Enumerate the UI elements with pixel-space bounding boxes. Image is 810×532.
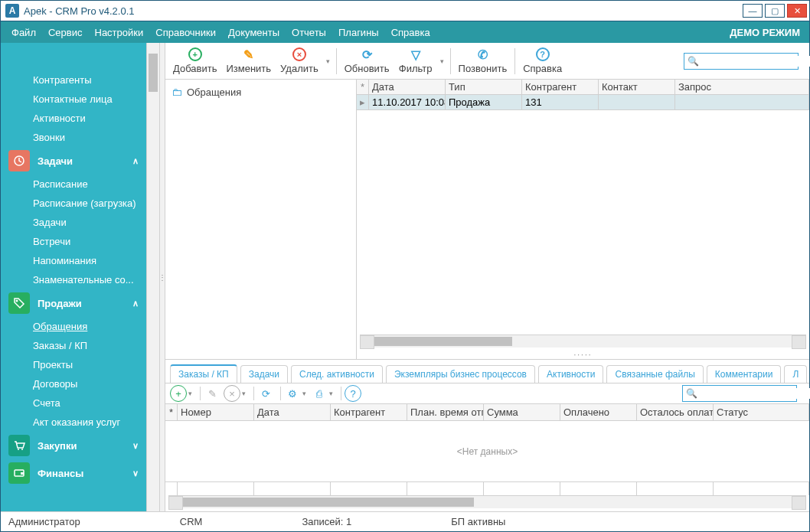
toolbar: + Добавить ✎ Изменить × Удалить ▾ ⟳ Обно… <box>165 43 809 80</box>
detail-hscrollbar[interactable] <box>168 495 806 508</box>
chevron-down-icon[interactable]: ▾ <box>437 57 447 65</box>
column-remaining[interactable]: Осталось оплатит <box>637 404 714 421</box>
column-number[interactable]: Номер <box>178 404 254 421</box>
menu-documents[interactable]: Документы <box>222 27 286 38</box>
sidebar-section-sales[interactable]: Продажи ∧ <box>1 289 146 317</box>
maximize-button[interactable]: ▢ <box>765 4 785 18</box>
search-input[interactable] <box>701 388 810 399</box>
cell-contragent: 131 <box>522 95 599 110</box>
help-button[interactable]: ? Справка <box>518 46 567 76</box>
column-date[interactable]: Дата <box>254 404 331 421</box>
toolbar-label: Добавить <box>173 63 217 74</box>
settings-button[interactable]: ⚙ <box>284 385 301 402</box>
menu-reference[interactable]: Справочники <box>149 27 222 38</box>
sidebar-item-leads[interactable]: Обращения <box>1 317 146 336</box>
cross-icon: × <box>292 47 306 61</box>
tab-activities[interactable]: Активности <box>538 365 603 383</box>
detail-grid: * Номер Дата Контрагент План. время отгр… <box>165 404 809 511</box>
sidebar-item-projects[interactable]: Проекты <box>1 355 146 374</box>
column-paid[interactable]: Оплачено <box>560 404 637 421</box>
sidebar-item-anniversaries[interactable]: Знаменательные со... <box>1 270 146 289</box>
sidebar-item-schedule-load[interactable]: Расписание (загрузка) <box>1 194 146 213</box>
menu-service[interactable]: Сервис <box>42 27 89 38</box>
column-type[interactable]: Тип <box>446 80 522 95</box>
delete-button[interactable]: × Удалить <box>276 46 323 76</box>
sidebar-item-service-act[interactable]: Акт оказания услуг <box>1 413 146 432</box>
sidebar-item-contacts[interactable]: Контактные лица <box>1 90 146 109</box>
search-box[interactable]: 🔍 × <box>684 53 799 70</box>
close-button[interactable]: ✕ <box>787 4 807 18</box>
search-input[interactable] <box>702 56 810 67</box>
menu-settings[interactable]: Настройки <box>89 27 150 38</box>
tab-next-activities[interactable]: След. активности <box>291 365 383 383</box>
sidebar-item-contragents[interactable]: Контрагенты <box>1 70 146 90</box>
menu-help[interactable]: Справка <box>385 27 436 38</box>
sidebar-item-meetings[interactable]: Встречи <box>1 232 146 251</box>
chevron-down-icon[interactable]: ▾ <box>302 390 306 397</box>
svg-point-3 <box>21 449 23 450</box>
tab-more[interactable]: Л <box>784 365 807 383</box>
menu-plugins[interactable]: Плагины <box>332 27 385 38</box>
refresh-button[interactable]: ⟳ <box>257 385 274 402</box>
help-button[interactable]: ? <box>345 385 361 402</box>
column-planned[interactable]: План. время отгр <box>407 404 484 421</box>
sidebar-item-tasks[interactable]: Задачи <box>1 213 146 232</box>
print-button[interactable]: ⎙ <box>311 385 328 402</box>
filter-button[interactable]: ▽ Фильтр <box>394 46 437 76</box>
toolbar-label: Удалить <box>280 63 318 74</box>
chevron-down-icon: ∨ <box>132 441 139 451</box>
column-selector[interactable]: * <box>357 80 369 95</box>
add-button[interactable]: + <box>170 385 187 402</box>
minimize-button[interactable]: — <box>743 4 763 18</box>
chevron-down-icon[interactable]: ▾ <box>242 390 246 397</box>
sidebar-item-schedule[interactable]: Расписание <box>1 175 146 194</box>
price-tag-icon <box>8 292 30 314</box>
sidebar-scrollbar[interactable] <box>146 43 159 511</box>
no-data-label: <Нет данных> <box>165 421 809 481</box>
tree-pane: 🗀 Обращения <box>165 80 357 359</box>
column-sum[interactable]: Сумма <box>484 404 560 421</box>
sidebar-section-purchases[interactable]: Закупки ∨ <box>1 432 146 459</box>
column-contact[interactable]: Контакт <box>599 80 675 95</box>
column-date[interactable]: Дата <box>369 80 446 95</box>
tab-files[interactable]: Связанные файлы <box>606 365 703 383</box>
chevron-down-icon[interactable]: ▾ <box>323 57 333 65</box>
column-request[interactable]: Запрос <box>675 80 809 95</box>
delete-button[interactable]: × <box>224 385 240 402</box>
grid-hscrollbar[interactable] <box>360 335 806 348</box>
menu-reports[interactable]: Отчеты <box>286 27 332 38</box>
column-selector[interactable]: * <box>165 404 178 421</box>
sidebar-item-invoices[interactable]: Счета <box>1 393 146 413</box>
tab-tasks[interactable]: Задачи <box>240 365 288 383</box>
call-button[interactable]: ✆ Позвонить <box>454 46 512 76</box>
sidebar-section-finance[interactable]: Финансы ∨ <box>1 459 146 487</box>
column-contragent[interactable]: Контрагент <box>331 404 407 421</box>
chevron-down-icon[interactable]: ▾ <box>329 390 333 397</box>
sidebar-section-label: Финансы <box>38 468 83 479</box>
sidebar-item-orders[interactable]: Заказы / КП <box>1 336 146 355</box>
toolbar-label: Фильтр <box>399 63 433 74</box>
column-status[interactable]: Статус <box>714 404 809 421</box>
sidebar-section-tasks[interactable]: Задачи ∧ <box>1 147 146 175</box>
search-box[interactable]: 🔍 × <box>682 385 797 402</box>
toolbar-label: Обновить <box>345 63 390 74</box>
edit-button[interactable]: ✎ Изменить <box>221 46 276 76</box>
menu-file[interactable]: Файл <box>5 27 42 38</box>
grid-row[interactable]: ▸ 11.10.2017 10:08:2 Продажа 131 <box>357 95 809 110</box>
tab-comments[interactable]: Комментарии <box>707 365 782 383</box>
sidebar-item-activities[interactable]: Активности <box>1 109 146 128</box>
add-button[interactable]: + Добавить <box>168 46 221 76</box>
chevron-down-icon[interactable]: ▾ <box>188 390 192 397</box>
splitter[interactable]: ⋮ <box>159 43 165 511</box>
splitter-horizontal[interactable]: ····· <box>357 351 809 359</box>
tab-bp-instances[interactable]: Экземпляры бизнес процессов <box>386 365 535 383</box>
sidebar-item-contracts[interactable]: Договоры <box>1 374 146 393</box>
sidebar-item-reminders[interactable]: Напоминания <box>1 251 146 270</box>
sidebar-item-calls[interactable]: Звонки <box>1 128 146 147</box>
refresh-button[interactable]: ⟳ Обновить <box>340 46 394 76</box>
edit-button[interactable]: ✎ <box>204 385 220 402</box>
tree-root-node[interactable]: 🗀 Обращения <box>170 84 351 100</box>
tab-orders[interactable]: Заказы / КП <box>170 364 237 383</box>
demo-mode-label: ДЕМО РЕЖИМ <box>730 27 805 38</box>
column-contragent[interactable]: Контрагент <box>522 80 599 95</box>
